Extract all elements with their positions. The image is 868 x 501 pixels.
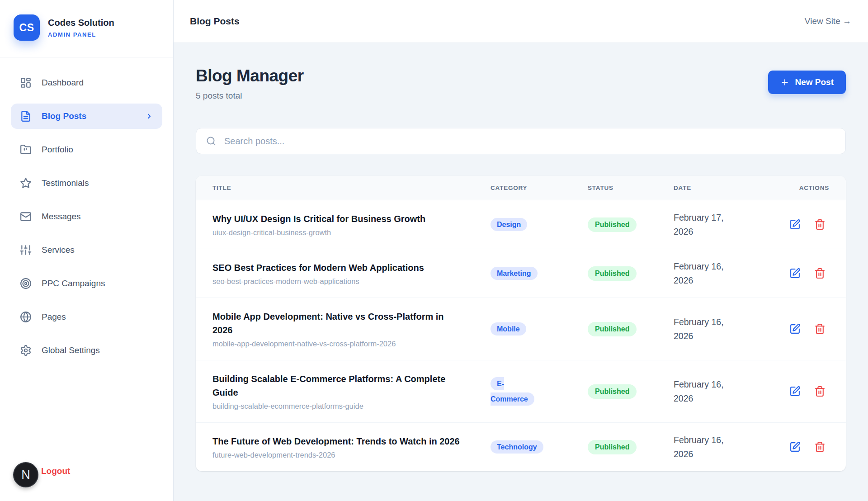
sidebar-item-label: Pages — [42, 312, 66, 322]
post-category-cell: Technology — [491, 440, 547, 455]
post-title: Why UI/UX Design Is Critical for Busines… — [212, 212, 466, 226]
sidebar-item-pages[interactable]: Pages — [11, 304, 162, 330]
category-badge: Design — [491, 218, 527, 231]
portfolio-folder-icon — [20, 144, 32, 156]
sidebar-nav: DashboardBlog PostsPortfolioTestimonials… — [0, 57, 173, 447]
post-title: Building Scalable E-Commerce Platforms: … — [212, 372, 466, 399]
sidebar-item-dashboard[interactable]: Dashboard — [11, 70, 162, 95]
delete-post-button[interactable] — [814, 441, 826, 453]
post-actions-cell — [775, 219, 829, 230]
status-badge: Published — [588, 322, 637, 336]
table-row: SEO Best Practices for Modern Web Applic… — [196, 249, 846, 298]
trash-icon — [814, 219, 826, 230]
column-header-date: Date — [674, 176, 775, 200]
delete-post-button[interactable] — [814, 268, 826, 279]
sidebar-item-messages[interactable]: Messages — [11, 204, 162, 229]
edit-post-button[interactable] — [789, 323, 801, 335]
sidebar-item-label: Dashboard — [42, 78, 84, 88]
edit-post-button[interactable] — [789, 386, 801, 397]
post-status-cell: Published — [588, 384, 674, 399]
delete-post-button[interactable] — [814, 386, 826, 397]
post-category-cell: Marketing — [491, 266, 547, 281]
sidebar-item-label: Portfolio — [42, 145, 73, 155]
post-title-cell: SEO Best Practices for Modern Web Applic… — [212, 249, 491, 298]
edit-post-button[interactable] — [789, 219, 801, 230]
sidebar-item-services[interactable]: Services — [11, 237, 162, 263]
post-title: SEO Best Practices for Modern Web Applic… — [212, 261, 466, 274]
post-slug: future-web-development-trends-2026 — [212, 451, 491, 459]
page-title: Blog Manager — [196, 66, 304, 85]
trash-icon — [814, 386, 826, 397]
table-row: Building Scalable E-Commerce Platforms: … — [196, 360, 846, 423]
post-status-cell: Published — [588, 322, 674, 336]
sidebar-item-label: Messages — [42, 212, 81, 222]
delete-post-button[interactable] — [814, 323, 826, 335]
post-date: February 16, 2026 — [674, 315, 741, 342]
post-category-cell: Design — [491, 217, 547, 232]
post-category-cell: E-Commerce — [491, 376, 547, 406]
category-badge: E-Commerce — [491, 377, 534, 406]
posts-table: Title Category Status Date Actions Why U… — [196, 176, 846, 471]
topbar-title: Blog Posts — [190, 16, 240, 27]
sidebar-item-testimonials[interactable]: Testimonials — [11, 170, 162, 196]
sidebar-item-global-settings[interactable]: Global Settings — [11, 338, 162, 363]
sidebar-item-label: Services — [42, 245, 75, 255]
post-title: The Future of Web Development: Trends to… — [212, 435, 466, 448]
post-actions-cell — [775, 268, 829, 279]
status-badge: Published — [588, 384, 637, 399]
post-date: February 16, 2026 — [674, 433, 741, 460]
table-row: The Future of Web Development: Trends to… — [196, 423, 846, 471]
edit-post-button[interactable] — [789, 441, 801, 453]
dev-tools-badge[interactable]: N — [13, 462, 38, 487]
post-status-cell: Published — [588, 266, 674, 281]
star-icon — [20, 177, 32, 189]
column-header-actions: Actions — [775, 176, 829, 200]
post-category-cell: Mobile — [491, 321, 547, 337]
brand-header: CS Codes Solution ADMIN PANEL — [0, 0, 173, 57]
sidebar: CS Codes Solution ADMIN PANEL DashboardB… — [0, 0, 174, 501]
brand-name: Codes Solution — [48, 18, 114, 28]
sidebar-item-portfolio[interactable]: Portfolio — [11, 137, 162, 162]
edit-post-button[interactable] — [789, 268, 801, 279]
globe-icon — [20, 311, 32, 323]
topbar: Blog Posts View Site → — [174, 0, 868, 43]
post-actions-cell — [775, 386, 829, 397]
plus-icon — [780, 78, 789, 87]
delete-post-button[interactable] — [814, 219, 826, 230]
sidebar-item-label: Testimonials — [42, 178, 89, 188]
status-badge: Published — [588, 266, 637, 281]
table-row: Why UI/UX Design Is Critical for Busines… — [196, 200, 846, 249]
column-header-category: Category — [491, 176, 588, 200]
column-header-status: Status — [588, 176, 674, 200]
blog-posts-icon — [20, 110, 32, 122]
sidebar-item-label: PPC Campaigns — [42, 279, 105, 288]
search-bar — [196, 128, 846, 154]
post-title-cell: Mobile App Development: Native vs Cross-… — [212, 298, 491, 360]
category-badge: Mobile — [491, 322, 526, 336]
status-badge: Published — [588, 440, 637, 454]
category-badge: Marketing — [491, 267, 538, 280]
post-slug: seo-best-practices-modern-web-applicatio… — [212, 277, 491, 286]
post-status-cell: Published — [588, 440, 674, 454]
status-badge: Published — [588, 217, 637, 232]
content: Blog Manager 5 posts total New Post Titl… — [174, 43, 868, 501]
post-date: February 16, 2026 — [674, 260, 741, 287]
logout-label: Logout — [41, 466, 70, 476]
edit-icon — [789, 268, 801, 279]
brand-subtitle: ADMIN PANEL — [48, 31, 114, 38]
search-input[interactable] — [196, 128, 846, 154]
gear-icon — [20, 345, 32, 356]
sidebar-item-ppc-campaigns[interactable]: PPC Campaigns — [11, 271, 162, 296]
post-title-cell: Building Scalable E-Commerce Platforms: … — [212, 360, 491, 422]
table-body: Why UI/UX Design Is Critical for Busines… — [196, 200, 846, 471]
view-site-link[interactable]: View Site → — [805, 16, 851, 26]
brand-logo: CS — [14, 14, 40, 41]
sidebar-item-label: Global Settings — [42, 345, 100, 355]
post-date: February 17, 2026 — [674, 211, 741, 238]
column-header-title: Title — [212, 176, 491, 200]
sidebar-item-label: Blog Posts — [42, 111, 86, 121]
trash-icon — [814, 441, 826, 453]
post-slug: building-scalable-ecommerce-platforms-gu… — [212, 402, 491, 411]
sidebar-item-blog-posts[interactable]: Blog Posts — [11, 104, 162, 129]
new-post-button[interactable]: New Post — [768, 71, 846, 94]
